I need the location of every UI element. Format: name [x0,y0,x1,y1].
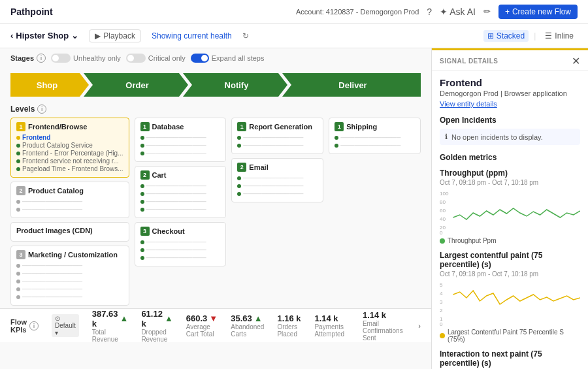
pencil-icon[interactable]: ✏ [483,7,491,16]
dot-icon [140,200,144,204]
level-item-cart2[interactable]: ───────────── [140,190,221,197]
level-badge-db: 1 [140,122,150,131]
dot-icon [16,287,20,291]
level-num-cart: 2 Cart [140,170,221,180]
playback-button[interactable]: ▶ Playback [89,29,141,42]
level-item-cart4[interactable]: ───────────── [140,206,221,213]
ask-ai-button[interactable]: ✦ Ask AI [440,7,476,17]
dot-icon [16,159,20,163]
level-item-catalog[interactable]: Product Catalog Service [16,142,123,149]
level-card-marketing[interactable]: 3 Marketing / Customization ────────────… [10,246,129,306]
dot-icon [140,240,144,244]
help-icon[interactable]: ? [427,7,432,17]
stages-info-icon[interactable]: i [37,54,46,63]
pipeline-stage-notify[interactable]: Notify [183,73,287,97]
back-nav[interactable]: ‹ Hipster Shop ⌄ [10,31,78,40]
level-item-e2[interactable]: ───────────── [237,182,318,189]
level-card-shipping[interactable]: 1 Shipping ───────────── ───────────── [329,118,421,154]
signal-details-title: SIGNAL DETAILS [440,57,498,65]
svg-text:2: 2 [440,308,443,313]
dot-icon [140,256,144,260]
critical-toggle[interactable] [126,54,146,63]
dot-icon [140,192,144,196]
dot-icon [335,136,338,140]
current-health-label[interactable]: Showing current health [152,31,232,40]
open-incidents-title: Open Incidents [440,116,580,125]
level-item-co1[interactable]: ───────────── [140,238,221,246]
trend-up-icon: ▲ [254,313,263,323]
play-icon: ▶ [95,31,101,40]
level-col-1: 1 Frontend/Browse Frontend Product Catal… [10,118,129,306]
stacked-view-button[interactable]: ⊞ Stacked [483,30,529,42]
refresh-icon[interactable]: ↻ [242,31,249,40]
legend-dot-lcp [440,333,445,338]
level-item-error-pct[interactable]: Frontend - Error Percentage (Hig... [16,150,123,157]
level-card-frontend[interactable]: 1 Frontend/Browse Frontend Product Catal… [10,118,129,178]
expand-toggle[interactable] [191,54,209,63]
svg-text:0: 0 [440,321,443,327]
pipeline-stage-deliver[interactable]: Deliver [282,73,421,97]
level-item-m5[interactable]: ───────────── [16,293,123,300]
level-item-db2[interactable]: ───────────── [140,142,221,149]
view-entity-link[interactable]: View entity details [440,100,580,108]
level-item-cart1[interactable]: ───────────── [140,182,221,189]
level-num-email: 2 Email [237,163,318,172]
level-item-cart3[interactable]: ───────────── [140,198,221,205]
chart-legend-lcp: Largest Contentful Paint 75 Percentile S… [440,329,580,343]
view-options: ⊞ Stacked | ☰ Inline [483,30,578,42]
level-item-e3[interactable]: ───────────── [237,190,318,197]
kpi-next-button[interactable]: › [418,322,421,330]
svg-text:40: 40 [440,216,446,222]
level-card-checkout[interactable]: 3 Checkout ───────────── ───────────── ─… [135,222,227,266]
level-item-pc2[interactable]: ───────────── [16,206,123,213]
level-item-r1[interactable]: ───────────── [237,134,318,141]
level-item-s2[interactable]: ───────────── [335,142,415,149]
metric-subtitle-lcp: Oct 7, 09:18 pm - Oct 7, 10:18 pm [440,270,580,278]
level-card-report[interactable]: 1 Report Generation ───────────── ──────… [231,118,323,154]
kpis-info-icon[interactable]: i [29,321,39,330]
default-badge[interactable]: ⊙ Default ▾ [52,314,79,337]
level-item-db1[interactable]: ───────────── [140,134,221,141]
chart-lcp: 5 4 3 2 1 0 [440,281,580,327]
dot-icon [16,208,20,212]
level-item-co2[interactable]: ───────────── [140,246,221,253]
pipeline-stage-shop[interactable]: Shop [10,73,89,97]
level-item-frontend[interactable]: Frontend [16,134,123,141]
right-panel: SIGNAL DETAILS ✕ Frontend Demogorgon Pro… [431,48,588,369]
levels-info-icon[interactable]: i [37,104,46,114]
level-item-db3[interactable]: ───────────── [140,150,221,157]
level-item-pageload[interactable]: Pageload Time - Frontend Brows... [16,165,123,172]
level-item-pc1[interactable]: ───────────── [16,198,123,205]
level-item-e1[interactable]: ───────────── [237,174,318,182]
svg-text:4: 4 [440,291,443,297]
level-item-m4[interactable]: ───────────── [16,285,123,293]
level-item-m3[interactable]: ───────────── [16,278,123,285]
level-card-cart[interactable]: 2 Cart ───────────── ───────────── ─────… [135,166,227,218]
level-num-cdn: Product Images (CDN) [16,227,123,234]
kpi-abandoned-carts: 35.63 ▲ Abandoned Carts [231,313,264,338]
dot-icon [140,152,144,155]
dot-icon [16,136,20,140]
level-card-cdn[interactable]: Product Images (CDN) [10,222,129,242]
level-card-database[interactable]: 1 Database ───────────── ───────────── ─… [135,118,227,162]
create-flow-icon: + [505,7,510,16]
close-button[interactable]: ✕ [572,55,580,67]
level-col-2: 1 Database ───────────── ───────────── ─… [135,118,227,306]
top-bar: Pathpoint Account: 4120837 - Demogorgon … [0,0,588,24]
level-item-m2[interactable]: ───────────── [16,270,123,277]
level-item-co3[interactable]: ───────────── [140,254,221,261]
pipeline-stage-order[interactable]: Order [84,73,188,97]
level-card-product-catalog[interactable]: 2 Product Catalog ───────────── ────────… [10,182,129,218]
level-item-r2[interactable]: ───────────── [237,142,318,149]
main-content: Stages i Unhealthy only Critical only Ex… [0,48,588,369]
level-item-receiving[interactable]: Frontend service not receiving r... [16,157,123,165]
level-item-m1[interactable]: ───────────── [16,262,123,269]
dot-icon [140,208,144,212]
unhealthy-toggle[interactable] [51,54,71,63]
level-item-s1[interactable]: ───────────── [335,134,415,141]
shop-name: Hipster Shop [16,31,69,40]
inline-view-button[interactable]: ☰ Inline [541,30,578,42]
trend-down-icon: ▼ [209,313,218,323]
level-card-email[interactable]: 2 Email ───────────── ───────────── ────… [231,158,323,202]
create-flow-button[interactable]: + Create new Flow [498,5,578,19]
